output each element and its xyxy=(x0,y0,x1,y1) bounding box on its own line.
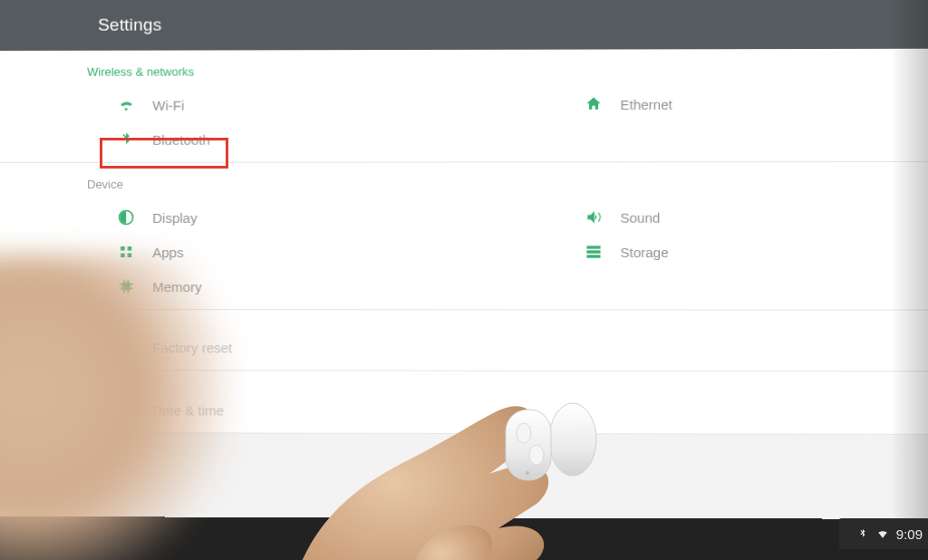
label-wifi: Wi-Fi xyxy=(152,97,184,112)
label-date-time: Date & time xyxy=(152,402,224,418)
label-memory: Memory xyxy=(152,279,201,294)
settings-item-apps[interactable]: Apps xyxy=(0,235,466,269)
calendar-icon xyxy=(116,400,136,420)
svg-rect-5 xyxy=(586,246,600,248)
volume-icon xyxy=(584,208,604,227)
label-sound: Sound xyxy=(620,209,660,225)
settings-item-storage[interactable]: Storage xyxy=(466,235,928,269)
storage-icon xyxy=(584,242,604,262)
svg-rect-4 xyxy=(128,253,132,257)
reset-icon xyxy=(116,337,136,357)
label-apps: Apps xyxy=(152,244,183,259)
section-header-wireless: Wireless & networks xyxy=(0,58,928,88)
settings-item-bluetooth[interactable]: Bluetooth xyxy=(0,121,466,157)
section-system: Date & time xyxy=(0,371,928,435)
svg-rect-7 xyxy=(586,255,600,257)
status-bar: 9:09 xyxy=(839,518,928,549)
status-bluetooth-icon xyxy=(856,527,869,540)
settings-item-memory[interactable]: Memory xyxy=(0,269,466,304)
svg-rect-6 xyxy=(586,250,600,253)
svg-rect-3 xyxy=(121,253,125,257)
settings-item-ethernet[interactable]: Ethernet xyxy=(466,86,928,121)
settings-item-wifi[interactable]: Wi-Fi xyxy=(0,87,466,122)
section-header-device: Device xyxy=(0,171,928,200)
label-ethernet: Ethernet xyxy=(620,96,672,111)
settings-item-about[interactable] xyxy=(466,393,928,429)
titlebar: Settings xyxy=(0,0,928,51)
label-display: Display xyxy=(152,209,197,225)
apps-icon xyxy=(116,242,136,262)
settings-item-sound[interactable]: Sound xyxy=(466,199,928,235)
svg-rect-8 xyxy=(122,283,130,291)
wifi-icon xyxy=(116,95,136,115)
bluetooth-icon xyxy=(116,130,136,150)
section-device: Device Display Sound Apps xyxy=(0,162,928,311)
home-icon xyxy=(584,94,604,114)
label-storage: Storage xyxy=(620,244,668,259)
brightness-icon xyxy=(116,208,136,227)
settings-item-date-time[interactable]: Date & time xyxy=(0,392,466,428)
section-personal: Factory reset xyxy=(0,310,928,372)
status-time: 9:09 xyxy=(896,526,923,542)
label-bluetooth: Bluetooth xyxy=(152,131,210,147)
settings-item-factory-reset[interactable]: Factory reset xyxy=(0,330,466,365)
settings-item-display[interactable]: Display xyxy=(0,200,466,235)
svg-rect-9 xyxy=(121,405,131,415)
section-wireless: Wireless & networks Wi-Fi Ethernet Bluet… xyxy=(0,49,928,163)
svg-rect-1 xyxy=(121,246,125,251)
label-factory-reset: Factory reset xyxy=(152,340,232,355)
status-wifi-icon xyxy=(876,527,889,540)
page-title: Settings xyxy=(98,15,161,35)
settings-screen: Settings Wireless & networks Wi-Fi Ether… xyxy=(0,0,928,519)
svg-rect-2 xyxy=(128,246,132,251)
memory-icon xyxy=(116,276,136,296)
